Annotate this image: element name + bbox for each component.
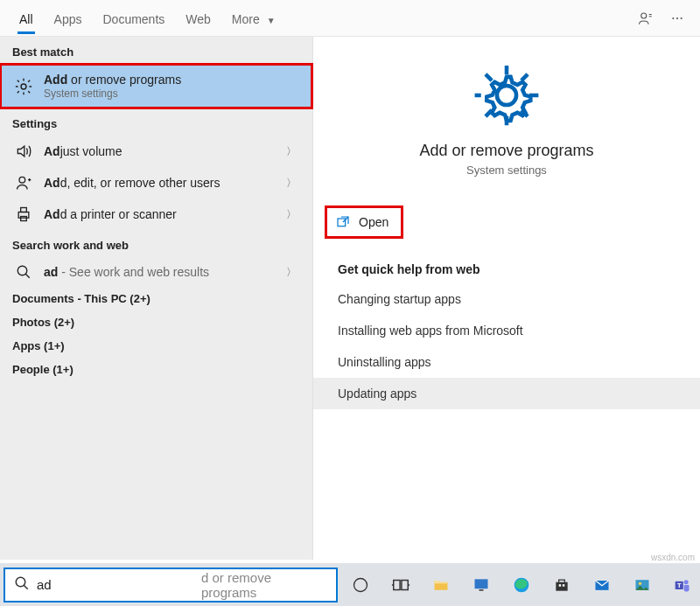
results-list: Best match Add or remove programs System… — [0, 37, 313, 560]
result-add-remove-programs[interactable]: Add or remove programs System settings — [0, 64, 312, 108]
svg-rect-7 — [21, 208, 27, 212]
gear-large-icon — [472, 61, 541, 133]
svg-rect-14 — [394, 580, 400, 589]
svg-point-10 — [497, 86, 516, 105]
tab-apps[interactable]: Apps — [44, 3, 93, 33]
open-button[interactable]: Open — [327, 208, 401, 236]
svg-point-2 — [676, 17, 678, 18]
svg-point-0 — [641, 13, 647, 18]
help-install-web-apps[interactable]: Installing web apps from Microsoft — [313, 315, 700, 346]
search-icon — [12, 264, 35, 280]
feedback-icon[interactable] — [632, 4, 660, 32]
svg-rect-19 — [556, 582, 567, 590]
chevron-right-icon: 〉 — [281, 144, 302, 159]
svg-point-27 — [684, 580, 689, 584]
search-ghost-text: d or remove programs — [201, 570, 327, 600]
detail-title: Add or remove programs — [419, 142, 593, 160]
category-people[interactable]: People (1+) — [0, 358, 312, 381]
monitor-icon[interactable] — [464, 568, 499, 603]
svg-point-24 — [639, 582, 641, 584]
tab-more[interactable]: More ▼ — [221, 3, 286, 33]
photos-icon[interactable] — [625, 568, 660, 603]
open-icon — [336, 215, 350, 229]
search-icon — [14, 575, 30, 595]
svg-rect-8 — [21, 217, 27, 221]
chevron-right-icon: 〉 — [281, 265, 302, 280]
svg-rect-6 — [18, 212, 29, 219]
svg-rect-21 — [563, 584, 565, 587]
section-settings: Settings — [0, 108, 312, 136]
svg-rect-15 — [402, 580, 408, 589]
tab-all[interactable]: All — [9, 3, 44, 33]
chevron-right-icon: 〉 — [281, 176, 302, 191]
tab-more-label: More — [232, 12, 260, 26]
detail-pane: Add or remove programs System settings O… — [313, 37, 700, 560]
svg-rect-11 — [338, 219, 346, 226]
teams-icon[interactable]: T — [665, 568, 700, 603]
svg-point-5 — [19, 177, 25, 183]
store-icon[interactable] — [544, 568, 579, 603]
svg-point-13 — [354, 578, 368, 591]
result-adjust-volume[interactable]: Adjust volume 〉 — [0, 136, 312, 167]
chevron-down-icon: ▼ — [267, 16, 276, 25]
svg-rect-16 — [475, 579, 488, 589]
result-title: Add or remove programs System settings — [35, 73, 302, 100]
svg-point-12 — [16, 577, 25, 587]
category-documents[interactable]: Documents - This PC (2+) — [0, 287, 312, 310]
svg-point-4 — [21, 84, 26, 89]
search-box[interactable]: d or remove programs — [4, 568, 338, 603]
result-web-search[interactable]: ad - See work and web results 〉 — [0, 257, 312, 287]
help-uninstall-apps[interactable]: Uninstalling apps — [313, 346, 700, 378]
svg-point-9 — [18, 266, 27, 275]
category-apps[interactable]: Apps (1+) — [0, 334, 312, 358]
cortana-icon[interactable] — [343, 568, 378, 603]
printer-icon — [12, 205, 35, 223]
section-best-match: Best match — [0, 37, 312, 64]
help-heading: Get quick help from web — [313, 243, 700, 283]
help-updating-apps[interactable]: Updating apps — [313, 378, 700, 409]
edge-icon[interactable] — [504, 568, 539, 603]
taskbar: d or remove programs T — [0, 563, 700, 606]
open-label: Open — [359, 215, 388, 229]
file-explorer-icon[interactable] — [424, 568, 458, 603]
help-startup-apps[interactable]: Changing startup apps — [313, 283, 700, 315]
category-photos[interactable]: Photos (2+) — [0, 310, 312, 334]
tab-documents[interactable]: Documents — [92, 3, 175, 33]
svg-point-1 — [672, 17, 674, 18]
mail-icon[interactable] — [584, 568, 620, 603]
svg-rect-20 — [559, 584, 562, 587]
svg-text:T: T — [677, 582, 682, 589]
svg-rect-17 — [480, 589, 484, 591]
watermark: wsxdn.com — [651, 553, 695, 562]
detail-subtitle: System settings — [466, 164, 547, 177]
search-input[interactable] — [37, 577, 203, 592]
more-options-icon[interactable] — [663, 4, 691, 32]
tab-web[interactable]: Web — [175, 3, 221, 33]
volume-icon — [12, 143, 35, 160]
section-search-web: Search work and web — [0, 230, 312, 257]
search-filter-tabs: All Apps Documents Web More ▼ — [0, 0, 700, 37]
task-view-icon[interactable] — [383, 568, 418, 603]
chevron-right-icon: 〉 — [281, 207, 302, 222]
svg-point-3 — [681, 17, 682, 18]
result-add-printer[interactable]: Add a printer or scanner 〉 — [0, 199, 312, 230]
gear-icon — [12, 77, 35, 96]
result-add-user[interactable]: Add, edit, or remove other users 〉 — [0, 167, 312, 199]
user-icon — [12, 174, 35, 192]
